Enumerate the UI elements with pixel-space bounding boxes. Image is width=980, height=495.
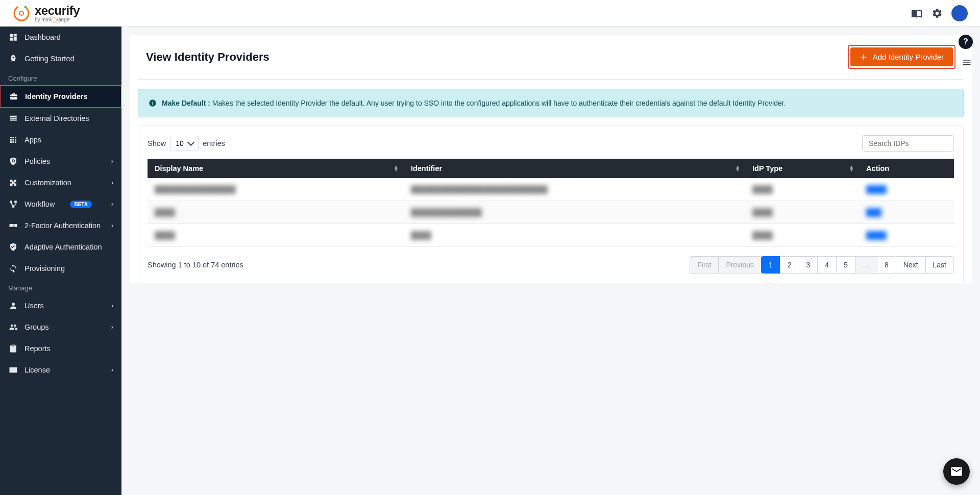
page-first[interactable]: First (690, 256, 719, 274)
sidebar-item-apps[interactable]: Apps (0, 129, 121, 151)
col-idp-type[interactable]: IdP Type▲▼ (745, 159, 859, 178)
shield-check-icon (8, 242, 18, 252)
sort-icon: ▲▼ (735, 165, 740, 171)
sidebar-item-workflow[interactable]: Workflow BETA › (0, 193, 121, 215)
clipboard-icon (8, 343, 18, 354)
sidebar-label: Reports (24, 344, 51, 353)
chevron-right-icon: › (111, 201, 113, 208)
briefcase-icon (9, 91, 19, 102)
sidebar-label: Groups (24, 323, 49, 331)
puzzle-icon (8, 178, 18, 188)
dashboard-icon (8, 32, 18, 42)
side-panel-toggle[interactable] (962, 57, 972, 67)
idp-table: Display Name▲▼ Identifier▲▼ IdP Type▲▼ A… (148, 159, 954, 247)
add-identity-provider-button[interactable]: Add Identity Provider (850, 47, 953, 66)
chevron-right-icon: › (111, 324, 113, 331)
table-row[interactable]: ████ ████ ████ ████ (148, 224, 954, 247)
page-number[interactable]: 4 (817, 256, 837, 274)
beta-badge: BETA (70, 201, 91, 208)
sidebar-label: License (24, 366, 50, 374)
cell-identifier: ████ (411, 231, 431, 239)
sidebar: Dashboard Getting Started Configure Iden… (0, 27, 121, 495)
chevron-right-icon: › (111, 222, 113, 229)
banner-lead: Make Default : (162, 99, 210, 107)
search-input[interactable] (862, 135, 954, 152)
cell-action[interactable]: ████ (866, 231, 887, 239)
sidebar-label: Provisioning (24, 264, 65, 273)
button-label: Add Identity Provider (873, 53, 944, 61)
chat-button[interactable] (943, 458, 970, 485)
chevron-right-icon: › (111, 179, 113, 186)
cell-action[interactable]: ████ (866, 185, 887, 193)
page-number[interactable]: 1 (761, 256, 780, 274)
page-header: View Identity Providers Add Identity Pro… (138, 35, 964, 80)
col-action: Action (859, 159, 954, 178)
chevron-right-icon: › (111, 158, 113, 165)
sidebar-item-adaptive-auth[interactable]: Adaptive Authentication (0, 236, 121, 258)
sidebar-section-manage: Manage (0, 279, 121, 295)
sidebar-label: External Directories (24, 114, 89, 122)
brand-logo[interactable]: xecurify by mini◯range (12, 4, 80, 22)
sidebar-item-groups[interactable]: Groups › (0, 316, 121, 338)
help-button[interactable]: ? (959, 35, 973, 49)
cell-idp-type: ████ (752, 231, 773, 239)
apps-icon (8, 135, 18, 145)
sidebar-label: Dashboard (24, 33, 61, 41)
sidebar-item-reports[interactable]: Reports (0, 338, 121, 359)
sidebar-label: Adaptive Authentication (24, 243, 102, 251)
sidebar-item-users[interactable]: Users › (0, 295, 121, 316)
cell-display-name: ████ (155, 231, 175, 239)
sidebar-item-getting-started[interactable]: Getting Started (0, 48, 121, 69)
sidebar-item-customization[interactable]: Customization › (0, 172, 121, 193)
cell-identifier: ██████████████ (411, 208, 482, 216)
page-number[interactable]: 8 (877, 256, 896, 274)
top-header: xecurify by mini◯range (0, 0, 980, 27)
user-avatar[interactable] (951, 5, 968, 21)
sidebar-item-identity-providers[interactable]: Identity Providers (0, 85, 121, 108)
table-row[interactable]: ████ ██████████████ ████ ███ (148, 201, 954, 224)
docs-icon[interactable] (911, 7, 923, 19)
cell-action[interactable]: ███ (866, 208, 881, 216)
page-next[interactable]: Next (896, 256, 926, 274)
showing-text: Showing 1 to 10 of 74 entries (148, 261, 243, 269)
col-identifier[interactable]: Identifier▲▼ (404, 159, 745, 178)
brand-name: xecurify (35, 4, 80, 18)
sidebar-item-policies[interactable]: Policies › (0, 151, 121, 172)
table-row[interactable]: ████████████████ ███████████████████████… (148, 178, 954, 201)
sidebar-item-2fa[interactable]: 123 2-Factor Authentication › (0, 215, 121, 236)
page-last[interactable]: Last (925, 256, 954, 274)
sidebar-item-dashboard[interactable]: Dashboard (0, 27, 121, 48)
page-previous[interactable]: Previous (718, 256, 761, 274)
show-prefix: Show (148, 139, 166, 147)
chevron-right-icon: › (111, 302, 113, 309)
sidebar-label: 2-Factor Authentication (24, 221, 101, 230)
entries-select[interactable]: 10 (170, 136, 199, 151)
sidebar-label: Apps (24, 136, 41, 144)
sidebar-item-provisioning[interactable]: Provisioning (0, 258, 121, 279)
info-banner: i Make Default : Makes the selected Iden… (138, 89, 964, 117)
cell-idp-type: ████ (752, 208, 773, 216)
card-icon (8, 365, 18, 375)
svg-point-1 (19, 11, 23, 15)
user-icon (8, 301, 18, 311)
gear-icon[interactable] (931, 7, 943, 19)
page-ellipsis: … (855, 256, 877, 274)
cell-idp-type: ████ (752, 185, 773, 193)
header-actions (911, 5, 968, 21)
idp-table-card: Show 10 entries Display Name▲▼ (138, 126, 964, 283)
sync-icon (8, 263, 18, 274)
page-title: View Identity Providers (146, 51, 270, 64)
add-button-highlight: Add Identity Provider (848, 45, 955, 69)
cell-identifier: ███████████████████████████ (411, 185, 548, 193)
page-number[interactable]: 3 (799, 256, 818, 274)
page-number[interactable]: 5 (836, 256, 855, 274)
cell-display-name: ████████████████ (155, 185, 236, 193)
sidebar-item-external-directories[interactable]: External Directories (0, 108, 121, 129)
pagination: First Previous 12345…8 Next Last (690, 256, 954, 274)
banner-text: Makes the selected Identity Provider the… (212, 99, 786, 107)
group-icon (8, 322, 18, 332)
chevron-right-icon: › (111, 366, 113, 374)
sidebar-item-license[interactable]: License › (0, 359, 121, 381)
col-display-name[interactable]: Display Name▲▼ (148, 159, 404, 178)
page-number[interactable]: 2 (780, 256, 799, 274)
